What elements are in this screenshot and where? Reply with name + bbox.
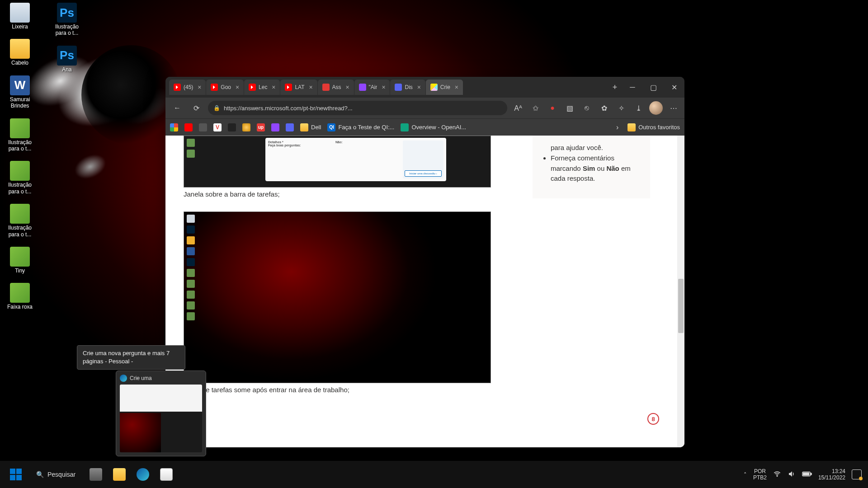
browser-window: (45)×Goo×Lec×LAT×Ass×"Air×Dis×Crie× + ─ … (165, 77, 684, 447)
browser-tab[interactable]: "Air× (354, 80, 390, 95)
bookmark-doc[interactable] (199, 123, 207, 131)
tab-close-icon[interactable]: × (307, 84, 315, 91)
maximize-button[interactable]: ▢ (643, 77, 664, 98)
desktop-icon[interactable]: PsIlustração para o t... (51, 3, 83, 37)
reader-icon[interactable]: ⎋ (580, 102, 593, 114)
doc-icon (199, 123, 207, 131)
bookmark-google[interactable] (170, 123, 178, 131)
profile-avatar[interactable] (649, 101, 663, 115)
bookmarks-overflow-icon[interactable]: › (613, 123, 621, 131)
taskbar-search[interactable]: 🔍 Pesquisar (30, 465, 82, 484)
back-button[interactable]: ← (170, 101, 184, 115)
folder-icon (300, 123, 308, 131)
downloads-icon[interactable]: ⤓ (632, 102, 645, 114)
volume-icon[interactable] (788, 470, 796, 479)
desktop-icon[interactable]: Faixa roxa (4, 283, 36, 310)
tab-favicon (395, 84, 402, 91)
extensions-icon[interactable]: ✿ (598, 102, 610, 114)
taskbar-left: 🔍 Pesquisar (6, 465, 176, 484)
clock[interactable]: 13:24 15/11/2022 (818, 468, 845, 481)
post-area: Detalhes *Faça boas perguntas: Não: Inic… (165, 136, 509, 421)
browser-tab[interactable]: Dis× (390, 80, 425, 95)
tab-close-icon[interactable]: × (453, 84, 460, 91)
desktop-icon[interactable]: Lixeira (4, 3, 36, 30)
icon-label: Ilustração para o t... (4, 139, 36, 152)
bookmark-discord[interactable] (286, 123, 294, 131)
page-body[interactable]: Detalhes *Faça boas perguntas: Não: Inic… (165, 136, 677, 447)
tab-title: "Air (369, 84, 377, 90)
tab-close-icon[interactable]: × (415, 84, 423, 91)
store-button[interactable] (157, 465, 176, 484)
desktop-icon[interactable]: Ilustração para o t... (4, 204, 36, 238)
discord-icon (286, 123, 294, 131)
tab-close-icon[interactable]: × (344, 84, 351, 91)
task-view-button[interactable] (86, 465, 105, 484)
edge-button[interactable] (133, 465, 152, 484)
bookmark-up[interactable]: up (257, 123, 265, 131)
edge-icon (137, 468, 149, 481)
taskbar-thumbnail-preview[interactable]: Crie uma (116, 371, 206, 456)
search-icon: 🔍 (36, 471, 44, 478)
store-icon (160, 468, 173, 481)
youtube-icon (184, 123, 193, 131)
desktop-icon[interactable]: Ilustração para o t... (4, 118, 36, 152)
ql-icon: QI (327, 123, 335, 131)
desktop-icons-col2: PsIlustração para o t...PsAna (51, 3, 83, 73)
bookmark-youtube[interactable] (184, 123, 193, 131)
attached-screenshot-2[interactable] (184, 211, 491, 383)
icon-label: Cabelo (11, 60, 28, 66)
desktop-icon[interactable]: WSamurai Brindes (4, 75, 36, 109)
bookmark-qi[interactable]: QIFaça o Teste de QI:... (327, 123, 394, 131)
file-icon (10, 3, 30, 23)
desktop-icon[interactable]: Ilustração para o t... (4, 161, 36, 195)
refresh-button[interactable]: ⟳ (189, 101, 203, 115)
bookmark-dell[interactable]: Dell (300, 123, 321, 131)
desktop-icon[interactable]: Cabelo (4, 39, 36, 66)
other-bookmarks[interactable]: Outros favoritos (627, 123, 680, 131)
browser-tab[interactable]: (45)× (169, 80, 206, 95)
bookmark-twitch[interactable] (271, 123, 279, 131)
image-block-icon[interactable]: ▧ (563, 102, 576, 114)
tray-chevron-icon[interactable]: ˄ (744, 471, 747, 478)
start-button[interactable] (6, 465, 25, 484)
recording-badge[interactable]: 8 (647, 413, 659, 425)
wifi-icon[interactable] (773, 470, 781, 479)
favorites-icon[interactable]: ✧ (615, 102, 627, 114)
tab-favicon (249, 84, 256, 91)
bookmark-v[interactable]: V (213, 123, 222, 131)
notifications-icon[interactable] (852, 469, 862, 479)
vertical-scrollbar[interactable] (677, 136, 684, 447)
bookmark-emoji[interactable] (242, 123, 250, 131)
desktop-icon[interactable]: Tiny (4, 247, 36, 274)
tab-favicon (322, 84, 330, 91)
file-explorer-button[interactable] (110, 465, 129, 484)
more-icon[interactable]: ⋯ (667, 102, 680, 114)
emoji-icon (242, 123, 250, 131)
scrollbar-thumb[interactable] (678, 279, 684, 333)
bookmark-label: Overview - OpenAI... (411, 124, 466, 131)
language-indicator[interactable]: POR PTB2 (753, 468, 767, 481)
battery-icon[interactable] (802, 471, 812, 479)
browser-tab[interactable]: Lec× (244, 80, 280, 95)
tab-close-icon[interactable]: × (234, 84, 241, 91)
desktop-icon[interactable]: PsAna (51, 46, 83, 73)
taskbar: 🔍 Pesquisar ˄ POR PTB2 13:24 15/11/2022 (0, 461, 868, 488)
tab-close-icon[interactable]: × (270, 84, 277, 91)
tab-close-icon[interactable]: × (196, 84, 203, 91)
close-button[interactable]: ✕ (664, 77, 684, 98)
minimize-button[interactable]: ─ (622, 77, 643, 98)
tab-title: Crie (440, 84, 450, 90)
bookmark-openai[interactable]: Overview - OpenAI... (401, 123, 466, 131)
favorite-star-icon[interactable]: ✩ (529, 102, 542, 114)
ext-red-icon[interactable]: ● (546, 102, 559, 114)
url-field[interactable]: 🔒 https://answers.microsoft.com/pt-br/ne… (208, 101, 507, 115)
new-tab-button[interactable]: + (608, 80, 622, 94)
tab-close-icon[interactable]: × (380, 84, 387, 91)
attached-screenshot-1[interactable]: Detalhes *Faça boas perguntas: Não: Inic… (184, 136, 491, 188)
browser-tab[interactable]: Crie× (426, 80, 463, 95)
browser-tab[interactable]: LAT× (280, 80, 317, 95)
browser-tab[interactable]: Goo× (206, 80, 244, 95)
bookmark-ao[interactable] (228, 123, 236, 131)
read-aloud-icon[interactable]: Aᴬ (512, 102, 524, 114)
browser-tab[interactable]: Ass× (318, 80, 354, 95)
